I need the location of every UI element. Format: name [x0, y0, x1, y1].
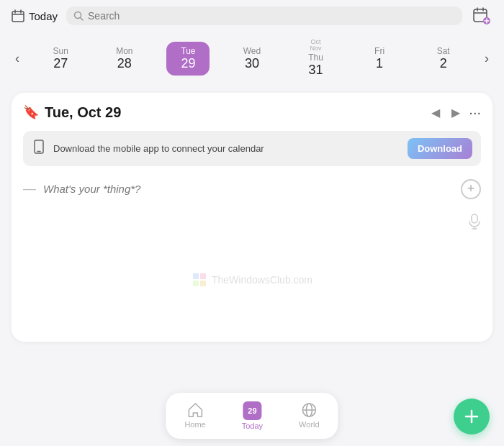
- today-nav-icon: 29: [243, 401, 261, 420]
- watermark-text: TheWindowsClub.com: [212, 274, 312, 286]
- watermark-logo: [192, 272, 207, 288]
- prev-week-button[interactable]: ‹: [6, 47, 29, 70]
- svg-rect-15: [472, 214, 477, 223]
- search-input[interactable]: [88, 10, 455, 22]
- next-week-button[interactable]: ›: [475, 47, 498, 70]
- watermark-area: TheWindowsClub.com: [23, 229, 481, 330]
- calendar-icon: [12, 9, 24, 22]
- world-icon: [300, 401, 318, 419]
- fab-add-button[interactable]: [454, 399, 490, 434]
- nav-label-home: Home: [184, 420, 205, 429]
- days-row: Sun 27 Mon 28 Tue 29 Wed 30 OctNov Thu 3…: [29, 35, 475, 83]
- mobile-icon: [32, 140, 46, 158]
- card-header: 🔖 Tue, Oct 29 ◀ ▶ ···: [23, 104, 481, 121]
- svg-rect-18: [193, 273, 199, 279]
- add-calendar-icon: [472, 6, 491, 25]
- bookmark-icon: 🔖: [23, 104, 39, 120]
- card-date-title: Tue, Oct 29: [45, 104, 423, 121]
- search-icon: [73, 11, 84, 21]
- task-input[interactable]: [43, 183, 454, 195]
- day-mon-28[interactable]: Mon 28: [103, 42, 146, 76]
- svg-rect-21: [200, 281, 206, 286]
- search-bar[interactable]: [66, 6, 462, 25]
- add-task-button[interactable]: +: [461, 179, 481, 199]
- svg-rect-19: [200, 273, 206, 279]
- day-fri-1[interactable]: Fri 1: [358, 42, 401, 76]
- svg-rect-20: [193, 281, 199, 286]
- today-label: Today: [29, 10, 58, 22]
- add-icon: [462, 406, 482, 427]
- nav-item-home[interactable]: Home: [177, 399, 212, 433]
- bottom-nav: Home 29 Today World: [166, 393, 338, 439]
- top-bar: Today: [0, 0, 504, 32]
- download-banner: Download the mobile app to connect your …: [23, 131, 481, 166]
- day-thu-31[interactable]: OctNov Thu 31: [294, 35, 338, 83]
- day-sat-2[interactable]: Sat 2: [422, 42, 465, 76]
- nav-label-world: World: [299, 420, 320, 429]
- mic-icon[interactable]: [23, 214, 481, 229]
- download-button[interactable]: Download: [408, 138, 472, 159]
- main-card: 🔖 Tue, Oct 29 ◀ ▶ ··· Download the mobil…: [12, 93, 492, 342]
- home-icon: [186, 401, 204, 419]
- card-prev-button[interactable]: ◀: [428, 104, 443, 121]
- week-strip: ‹ Sun 27 Mon 28 Tue 29 Wed 30 OctNov Thu…: [0, 32, 504, 86]
- card-next-button[interactable]: ▶: [449, 104, 463, 121]
- dash-icon: —: [23, 181, 36, 196]
- svg-line-5: [81, 18, 84, 21]
- nav-item-today[interactable]: 29 Today: [235, 399, 270, 433]
- today-button[interactable]: Today: [12, 9, 58, 22]
- day-wed-30[interactable]: Wed 30: [230, 42, 274, 76]
- day-tue-29[interactable]: Tue 29: [166, 42, 210, 76]
- add-calendar-button[interactable]: [471, 5, 492, 27]
- day-sun-27[interactable]: Sun 27: [39, 42, 82, 76]
- nav-label-today: Today: [242, 422, 263, 430]
- more-options-button[interactable]: ···: [469, 104, 481, 121]
- banner-text: Download the mobile app to connect your …: [53, 143, 400, 154]
- nav-item-world[interactable]: World: [292, 399, 327, 433]
- task-input-row: — +: [23, 176, 481, 202]
- svg-rect-0: [12, 12, 24, 22]
